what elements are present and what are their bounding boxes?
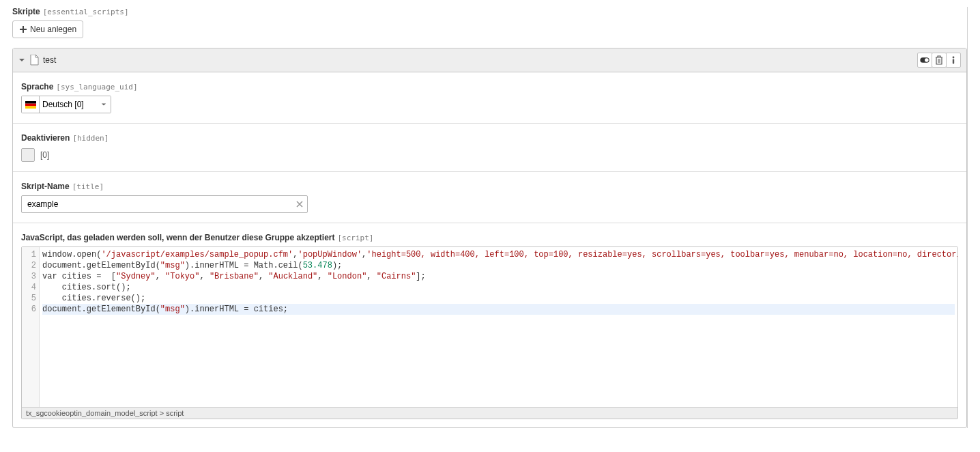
plus-icon <box>19 25 27 33</box>
panel-title: test <box>43 55 56 65</box>
script-body-techname: [script] <box>337 234 373 242</box>
toggle-switch-icon <box>920 57 929 63</box>
language-label: Sprache <box>21 82 53 91</box>
script-name-section: Skript-Name [title] <box>13 172 966 223</box>
info-button[interactable] <box>946 53 961 68</box>
code-content[interactable]: window.open('/javascript/examples/sample… <box>40 247 957 407</box>
disable-checkbox[interactable] <box>21 148 35 162</box>
code-editor-wrap: 1 2 3 4 5 6 window.open('/javascript/exa… <box>21 246 958 419</box>
new-script-button[interactable]: Neu anlegen <box>12 20 83 38</box>
language-select[interactable]: Deutsch [0] <box>40 96 111 113</box>
svg-point-3 <box>925 58 929 62</box>
toggle-visibility-button[interactable] <box>917 53 932 68</box>
script-name-techname: [title] <box>72 182 104 191</box>
disable-techname: [hidden] <box>72 134 109 143</box>
language-section: Sprache [sys_language_uid] Deutsch [0] <box>13 72 966 124</box>
language-techname: [sys_language_uid] <box>56 83 137 91</box>
panel-actions <box>917 53 961 68</box>
code-gutter: 1 2 3 4 5 6 <box>22 247 40 407</box>
svg-rect-9 <box>25 103 36 106</box>
script-body-section: JavaScript, das geladen werden soll, wen… <box>13 223 966 419</box>
collapse-caret-icon[interactable] <box>18 57 25 63</box>
svg-rect-8 <box>25 101 36 104</box>
new-script-label: Neu anlegen <box>30 25 76 34</box>
code-editor[interactable]: 1 2 3 4 5 6 window.open('/javascript/exa… <box>22 247 957 407</box>
scripts-techname: [essential_scripts] <box>43 8 129 16</box>
script-body-label: JavaScript, das geladen werden soll, wen… <box>21 233 334 242</box>
flag-icon-wrap <box>22 96 40 113</box>
document-icon <box>29 55 39 66</box>
scripts-label: Skripte <box>12 7 40 16</box>
svg-point-6 <box>953 57 955 59</box>
panel-header[interactable]: test <box>13 48 966 72</box>
script-name-input[interactable] <box>21 195 308 213</box>
code-status-bar: tx_sgcookieoptin_domain_model_script > s… <box>22 407 957 419</box>
svg-rect-10 <box>25 106 36 109</box>
script-item-panel: test <box>12 48 967 428</box>
disable-value: [0] <box>40 150 49 160</box>
delete-button[interactable] <box>932 53 947 68</box>
language-selector[interactable]: Deutsch [0] <box>21 96 111 113</box>
script-name-label: Skript-Name <box>21 182 70 191</box>
svg-rect-7 <box>953 59 954 64</box>
scripts-heading: Skripte [essential_scripts] <box>12 7 967 16</box>
trash-icon <box>935 55 943 65</box>
disable-section: Deaktivieren [hidden] [0] <box>13 124 966 172</box>
info-icon <box>949 55 957 65</box>
clear-icon[interactable] <box>296 200 304 208</box>
flag-de-icon <box>25 101 36 109</box>
disable-label: Deaktivieren <box>21 133 70 143</box>
